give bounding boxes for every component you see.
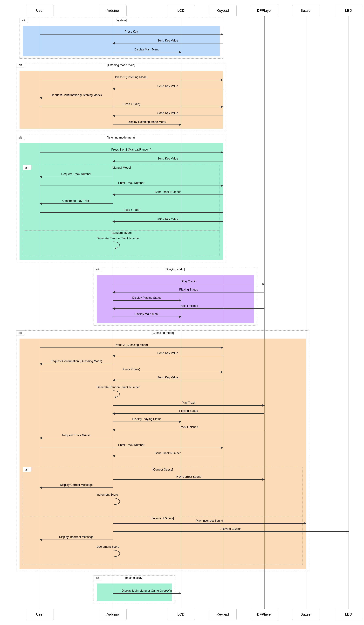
message-line [40,177,113,177]
arrowhead-icon [221,447,223,449]
arrowhead-icon [179,299,181,302]
message-line [40,539,113,540]
participant-label: Keypad [217,612,229,617]
lifeline [349,11,349,614]
fragment-guard: [listening mode menu] [107,136,136,139]
self-message: Increment Score [106,497,126,507]
message-line [113,300,181,301]
message: Send Key Value [113,356,223,356]
message-label: Request Track Number [61,172,91,176]
message-label: Increment Score [96,493,118,497]
participant-label: DFPlayer [257,612,272,617]
message-label: Request Track Guess [62,434,90,437]
message: Display Incorrect Message [40,539,113,540]
fragment-guard: [Playing audio] [166,268,185,271]
message-label: Press 2 (Guessing Mode) [115,343,148,347]
fragment-operator: alt [20,18,28,23]
message-line [40,372,223,372]
message: Play Track [113,284,264,284]
message-line [113,430,264,430]
participant-label: LED [345,612,352,617]
participant-arduino: Arduino [99,609,127,620]
message-line [113,413,264,414]
arrowhead-icon [112,429,115,431]
fragment-operator: alt [23,165,31,170]
participant-dfplayer: DFPlayer [251,5,278,16]
arrowhead-icon [221,106,223,108]
participant-keypad: Keypad [209,5,237,16]
participant-label: Keypad [217,8,229,13]
arrowhead-icon [221,211,223,214]
arrowhead-icon [263,283,265,285]
message-label: Activate Buzzer [220,527,241,531]
fragment-operator: alt [93,267,102,272]
message-line [113,479,264,480]
message-line [113,284,264,284]
arrowhead-icon [39,176,42,178]
message-label: Playing Status [179,409,198,413]
participant-label: DFPlayer [257,8,272,13]
fragment-separator [23,516,303,516]
message-label: Send Key Value [157,351,178,355]
message-line [113,356,223,356]
arrowhead-icon [179,315,181,318]
message-line [40,438,113,438]
sequence-diagram: alt[system]alt[listening mode main]alt[l… [0,0,364,625]
message-label: Send Key Value [157,157,178,160]
message: Request Track Guess [40,438,113,438]
message-label: Generate Random Track Number [96,386,140,389]
participant-label: User [36,612,44,617]
message-line [113,316,181,317]
fragment-guard: [Guessing mode] [152,331,174,335]
message-line [113,292,264,292]
arrowhead-icon [39,97,42,99]
arrowhead-icon [179,592,181,594]
message-line [113,125,181,125]
arrowhead-icon [112,42,115,44]
fragment-guard: [Incorrect Guess] [152,517,174,520]
message-label: Display Main Menu or Game Over/Win [122,589,172,593]
arrowhead-icon [304,522,306,525]
message-label: Enter Track Number [118,181,144,185]
message-label: Play Track [182,280,195,283]
message-line [40,364,113,364]
message-line [40,203,113,204]
self-message: Generate Random Track Number [106,241,126,251]
message-line [113,309,264,309]
participant-label: LED [345,8,352,13]
arrowhead-icon [112,412,115,415]
participant-label: LCD [177,8,184,13]
participant-led: LED [335,609,362,620]
message-line [113,43,223,43]
participant-label: Arduino [107,8,119,13]
message-label: Play Incorrect Sound [196,519,223,523]
participant-label: Arduino [107,612,119,617]
arrowhead-icon [263,404,265,406]
message-line [113,161,223,161]
participant-buzzer: Buzzer [292,609,320,620]
arrowhead-icon [39,539,42,541]
message-label: Send Key Value [157,111,178,115]
message-label: Play Track [182,401,195,405]
arrowhead-icon [39,202,42,205]
message: Press 2 (Guessing Mode) [40,347,223,348]
fragment-operator: alt [23,467,31,472]
fragment-guard: [Manual Mode] [112,166,131,169]
message: Display Listening Mode Menu [113,125,181,125]
message: Confirm to Play Track [40,203,113,204]
message-label: Press Y (Yes) [122,208,140,212]
message-label: Track Finished [179,304,198,308]
message-line [113,221,223,222]
message-line [113,456,223,456]
message: Send Key Value [113,221,223,221]
fragment-guard: [main display] [125,576,143,580]
participant-label: Buzzer [301,612,312,617]
message-line [40,186,223,186]
message-line [40,152,223,153]
participant-user: User [26,5,54,16]
message-label: Display Main Menu [134,312,159,316]
participant-lcd: LCD [167,609,195,620]
message-label: Track Finished [179,425,198,429]
participant-label: User [36,8,44,13]
message: Send Key Value [113,43,223,43]
